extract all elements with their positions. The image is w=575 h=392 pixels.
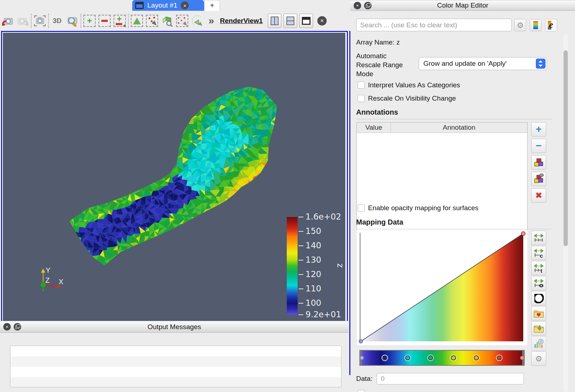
message-row [10,377,341,387]
legend-tick-label: 1.6e+02 [305,212,341,221]
interpret-categories-checkbox[interactable] [358,82,365,89]
edit-color-legend-button[interactable]: e [545,19,557,31]
toolbar-overflow-button[interactable]: » [205,13,217,29]
output-messages-header: × Output Messages [0,321,349,333]
color-legend-bar [287,217,298,315]
tab-layout-1[interactable]: Layout #1 × [132,0,204,11]
add-active-annotations-button[interactable] [531,172,546,186]
render-view-colormap-button[interactable] [530,19,542,31]
new-layout-tab-button[interactable]: + [204,0,220,11]
select-cells-on-button[interactable]: + [82,13,97,29]
choose-preset-button[interactable] [531,306,546,320]
folder-heart-icon [533,309,544,318]
interpret-categories-row: Interpret Values As Categories [358,81,460,89]
scrollbar-thumb[interactable] [564,50,568,246]
rescale-mode-dropdown[interactable]: Grow and update on 'Apply' [419,57,547,70]
camera-redo-button[interactable] [15,13,30,29]
toggle-3d-interaction-button[interactable]: 3D [50,13,65,29]
toolbar-separator [128,14,129,28]
invert-transfer-function-button[interactable] [531,291,546,305]
capture-screenshot-button[interactable] [32,13,47,29]
select-minus-icon [101,20,108,22]
plus-icon: + [536,124,542,134]
legend-tick [299,245,303,246]
select-cells-through-button[interactable] [129,13,144,29]
rescale-data-range-icon [533,233,544,243]
add-active-values-button[interactable] [531,155,546,170]
zoom-to-data-button[interactable] [65,13,80,29]
opacity-control-point-end[interactable] [521,232,525,236]
zoom-to-box-button[interactable] [160,13,175,29]
opacity-control-point-start[interactable] [359,340,363,343]
opacity-mapping-checkbox[interactable] [358,204,365,212]
search-options-button[interactable]: ⚙ [514,19,526,31]
camera-undo-icon [1,15,14,27]
annotations-col-value[interactable]: Value [357,123,391,133]
camera-undo-button[interactable] [0,13,15,29]
panel-scrollbar[interactable] [563,34,568,392]
legend-tick-label: 100 [305,298,321,308]
rescale-visibility-checkbox[interactable] [358,95,365,102]
save-to-preset-button[interactable] [531,321,546,336]
search-input[interactable] [356,19,512,31]
layout-tab-bar: Layout #1 × + [0,0,349,11]
rescale-to-data-range-button[interactable] [531,231,546,245]
select-points-on-button[interactable] [97,13,112,29]
data-value-input[interactable] [377,373,524,384]
output-messages-list[interactable] [10,346,341,387]
legend-tick [299,274,303,275]
maximize-view-button[interactable] [299,14,313,28]
rescale-to-visible-range-button[interactable] [531,276,546,290]
triangle-cursor-icon [192,15,203,27]
color-transfer-bar[interactable] [362,351,522,365]
colored-squares-globe-icon [534,175,543,183]
split-horizontal-button[interactable] [268,14,281,28]
select-plus-icon: + [87,17,92,25]
svg-text:c: c [540,253,543,258]
color-control-point[interactable] [520,356,524,360]
render-viewport[interactable]: 1.6e+021501401301201101009.2e+01 z Y Z X [3,33,345,322]
folder-arrow-icon [533,324,544,333]
split-vertical-button[interactable] [284,14,297,28]
annotations-col-annotation[interactable]: Annotation [391,124,527,132]
interactive-select-cells-button[interactable] [190,13,205,29]
green-box-magnifier-icon [161,15,173,27]
toolbar-separator [31,14,32,28]
camera-redo-icon [17,15,29,27]
render-view-title[interactable]: RenderView1 [220,17,263,25]
color-legend[interactable]: 1.6e+021501401301201101009.2e+01 z [285,214,344,318]
dashed-points-icon [177,15,188,26]
add-annotation-button[interactable]: + [531,122,546,137]
mapping-data-header: Mapping Data [356,218,552,229]
tab-close-icon[interactable]: × [181,1,189,9]
select-cells-polygon-button[interactable]: + [112,13,127,29]
rescale-to-custom-range-button[interactable]: c [531,246,546,260]
legend-tick [299,260,303,260]
select-plus-icon: + [117,15,122,23]
invert-icon [534,293,544,303]
partial-checkbox[interactable] [358,390,365,392]
close-view-button[interactable]: × [315,14,329,28]
rescale-mode-label: Automatic Rescale Range Mode [356,51,410,78]
legend-tick [299,231,303,232]
split-vertical-icon [286,17,294,25]
color-control-point[interactable] [360,356,364,360]
color-map-editor-header: × Color Map Editor [350,0,575,11]
colored-squares-icon [534,158,543,166]
interactive-select-points-button[interactable] [144,13,160,29]
split-horizontal-icon [271,17,279,25]
toolbar-separator [80,14,81,28]
remove-all-annotations-button[interactable]: ✖ [531,188,546,203]
remove-annotation-button[interactable]: − [531,139,546,153]
transfer-function-editor[interactable] [356,230,528,367]
axis-z-label: Z [45,276,50,284]
orientation-axes-widget: Y Z X [33,255,73,295]
toolbar-separator [48,14,49,28]
advanced-options-button[interactable]: ⚙ [531,351,546,366]
rescale-over-time-button[interactable]: t [531,261,546,275]
select-points-through-button[interactable] [175,13,190,29]
rescale-visible-range-icon [533,278,544,288]
maximize-icon [302,17,310,25]
rescale-visibility-row: Rescale On Visibility Change [358,94,456,102]
compute-histogram-button[interactable] [531,336,546,351]
